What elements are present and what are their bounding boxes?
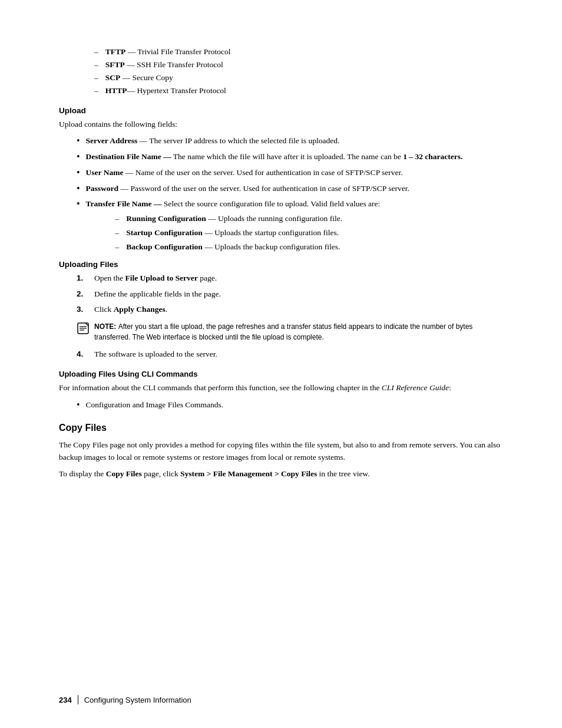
uploading-files-heading: Uploading Files	[59, 260, 503, 269]
step-4: 4. The software is uploaded to the serve…	[77, 348, 503, 360]
list-item-text: HTTP— Hypertext Transfer Protocol	[105, 86, 226, 95]
sub-list-item: – Startup Configuration — Uploads the st…	[115, 227, 381, 239]
step-text: Click Apply Changes.	[94, 304, 167, 315]
list-item-text: Transfer File Name — Select the source c…	[86, 199, 381, 208]
list-item: • Destination File Name — The name which…	[77, 151, 503, 163]
cli-guide-ref: CLI Reference Guide	[382, 383, 449, 392]
list-item: – SCP — Secure Copy	[94, 73, 503, 83]
sub-list-item-text: Startup Configuration — Uploads the star…	[126, 227, 339, 239]
step-number: 3.	[77, 304, 88, 315]
list-item-text: TFTP — Trivial File Transfer Protocol	[105, 47, 231, 57]
upload-fields-list: • Server Address — The server IP address…	[77, 135, 503, 255]
top-bullet-list: – TFTP — Trivial File Transfer Protocol …	[94, 47, 503, 95]
upload-intro: Upload contains the following fields:	[59, 118, 503, 130]
list-item: – HTTP— Hypertext Transfer Protocol	[94, 86, 503, 95]
bullet-dot: •	[77, 399, 80, 411]
bullet-dot: •	[77, 151, 80, 163]
list-item-text: User Name — Name of the user on the serv…	[86, 167, 403, 179]
sub-list-item-text: Running Configuration — Uploads the runn…	[126, 213, 342, 225]
sub-list-item: – Backup Configuration — Uploads the bac…	[115, 241, 381, 253]
list-item: • Transfer File Name — Select the source…	[77, 198, 503, 255]
list-item-text: SCP — Secure Copy	[105, 73, 173, 83]
page-footer: 234 Configuring System Information	[59, 695, 503, 704]
step-2: 2. Define the applicable fields in the p…	[77, 288, 503, 300]
bullet-dot: •	[77, 167, 80, 179]
dash-icon: –	[94, 60, 98, 70]
page-container: – TFTP — Trivial File Transfer Protocol …	[0, 0, 562, 728]
list-item: • Password — Password of the user on the…	[77, 183, 503, 195]
list-item: • Server Address — The server IP address…	[77, 135, 503, 147]
list-item: – SFTP — SSH File Transfer Protocol	[94, 60, 503, 70]
list-item: • User Name — Name of the user on the se…	[77, 167, 503, 179]
step-number: 4.	[77, 348, 88, 360]
list-item-text: SFTP — SSH File Transfer Protocol	[105, 60, 223, 70]
copy-files-bold: Copy Files	[106, 469, 142, 478]
step-number: 2.	[77, 288, 88, 300]
bullet-dot: •	[77, 183, 80, 195]
dash-icon: –	[94, 73, 98, 83]
sub-list-item-text: Backup Configuration — Uploads the backu…	[126, 241, 340, 253]
dash-icon: –	[115, 227, 120, 239]
note-label: NOTE:	[94, 322, 118, 331]
step-text: The software is uploaded to the server.	[94, 348, 217, 360]
list-item-text: Configuration and Image Files Commands.	[86, 399, 224, 411]
sub-list-item: – Running Configuration — Uploads the ru…	[115, 213, 381, 225]
list-item-with-sub: Transfer File Name — Select the source c…	[86, 198, 381, 255]
note-text: NOTE: After you start a file upload, the…	[94, 321, 503, 342]
step-text: Open the File Upload to Server page.	[94, 272, 217, 284]
bullet-dot: •	[77, 198, 80, 210]
note-box: NOTE: After you start a file upload, the…	[77, 321, 503, 342]
uploading-cli-heading: Uploading Files Using CLI Commands	[59, 370, 503, 378]
note-icon	[77, 322, 90, 335]
list-item-text: Destination File Name — The name which t…	[86, 151, 463, 163]
dash-icon: –	[94, 86, 98, 95]
list-item-text: Password — Password of the user on the s…	[86, 183, 409, 195]
dash-icon: –	[115, 213, 120, 225]
footer-page-number: 234	[59, 696, 72, 704]
note-content: After you start a file upload, the page …	[94, 322, 472, 341]
dash-icon: –	[115, 241, 120, 253]
uploading-steps-list: 1. Open the File Upload to Server page. …	[77, 272, 503, 315]
step-number: 1.	[77, 272, 88, 284]
step-3: 3. Click Apply Changes.	[77, 304, 503, 315]
copy-files-body1: The Copy Files page not only provides a …	[59, 439, 503, 463]
bullet-dot: •	[77, 135, 80, 147]
list-item: – TFTP — Trivial File Transfer Protocol	[94, 47, 503, 57]
cli-bullets-list: • Configuration and Image Files Commands…	[77, 399, 503, 411]
copy-files-body2: To display the Copy Files page, click Sy…	[59, 468, 503, 480]
cli-intro: For information about the CLI commands t…	[59, 382, 503, 394]
step-1: 1. Open the File Upload to Server page.	[77, 272, 503, 284]
copy-files-heading: Copy Files	[59, 423, 503, 433]
copy-files-nav: System > File Management > Copy Files	[180, 469, 317, 478]
footer-divider	[78, 695, 78, 704]
dash-icon: –	[94, 47, 98, 57]
step-text: Define the applicable fields in the page…	[94, 288, 221, 300]
upload-heading: Upload	[59, 106, 503, 115]
step-4-list: 4. The software is uploaded to the serve…	[77, 348, 503, 360]
footer-text: Configuring System Information	[84, 696, 191, 704]
list-item-text: Server Address — The server IP address t…	[86, 135, 340, 147]
sub-bullet-list: – Running Configuration — Uploads the ru…	[115, 213, 381, 253]
list-item: • Configuration and Image Files Commands…	[77, 399, 503, 411]
